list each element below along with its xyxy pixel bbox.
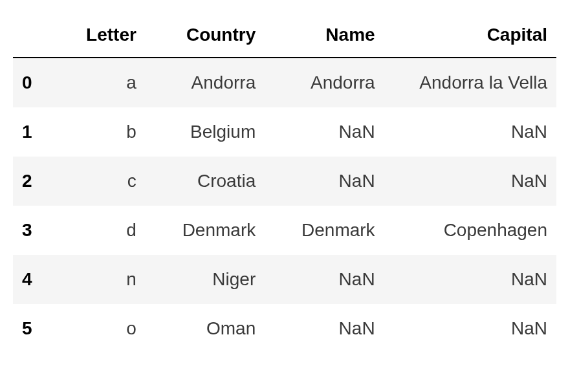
cell-name: NaN <box>265 304 384 353</box>
table-row: 4 n Niger NaN NaN <box>13 255 556 304</box>
cell-name: NaN <box>265 157 384 206</box>
cell-country: Denmark <box>146 206 265 255</box>
cell-country: Belgium <box>146 107 265 157</box>
cell-letter: c <box>52 157 145 206</box>
cell-letter: o <box>52 304 145 353</box>
cell-name: NaN <box>265 255 384 304</box>
cell-capital: NaN <box>384 255 556 304</box>
header-name: Name <box>265 13 384 58</box>
cell-capital: Copenhagen <box>384 206 556 255</box>
header-capital: Capital <box>384 13 556 58</box>
table-row: 5 o Oman NaN NaN <box>13 304 556 353</box>
row-index: 2 <box>13 157 52 206</box>
dataframe-table: Letter Country Name Capital 0 a Andorra … <box>13 13 556 353</box>
row-index: 0 <box>13 58 52 107</box>
row-index: 4 <box>13 255 52 304</box>
cell-letter: b <box>52 107 145 157</box>
cell-capital: NaN <box>384 157 556 206</box>
cell-country: Croatia <box>146 157 265 206</box>
table-row: 2 c Croatia NaN NaN <box>13 157 556 206</box>
cell-letter: a <box>52 58 145 107</box>
row-index: 3 <box>13 206 52 255</box>
cell-name: Andorra <box>265 58 384 107</box>
table-row: 3 d Denmark Denmark Copenhagen <box>13 206 556 255</box>
cell-letter: d <box>52 206 145 255</box>
header-country: Country <box>146 13 265 58</box>
header-row: Letter Country Name Capital <box>13 13 556 58</box>
header-letter: Letter <box>52 13 145 58</box>
cell-country: Niger <box>146 255 265 304</box>
row-index: 1 <box>13 107 52 157</box>
cell-country: Andorra <box>146 58 265 107</box>
table-row: 0 a Andorra Andorra Andorra la Vella <box>13 58 556 107</box>
cell-capital: Andorra la Vella <box>384 58 556 107</box>
cell-capital: NaN <box>384 304 556 353</box>
cell-capital: NaN <box>384 107 556 157</box>
row-index: 5 <box>13 304 52 353</box>
table-row: 1 b Belgium NaN NaN <box>13 107 556 157</box>
cell-name: NaN <box>265 107 384 157</box>
cell-name: Denmark <box>265 206 384 255</box>
cell-country: Oman <box>146 304 265 353</box>
header-index <box>13 13 52 58</box>
cell-letter: n <box>52 255 145 304</box>
